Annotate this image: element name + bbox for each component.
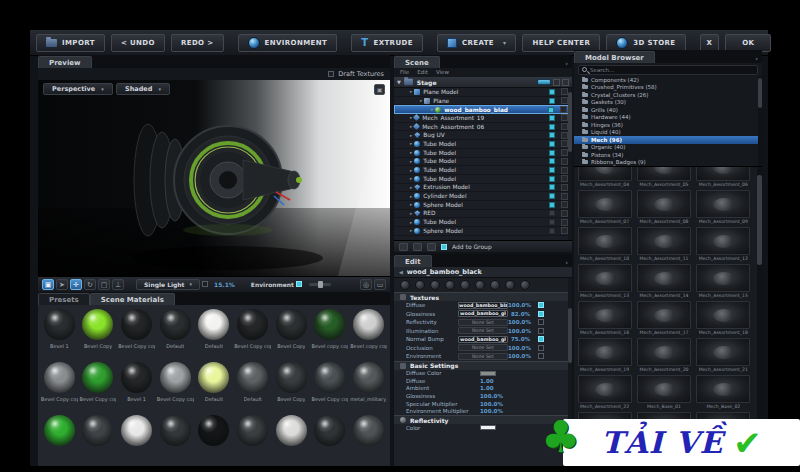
material-item[interactable] (311, 415, 350, 466)
row-options-button[interactable] (561, 132, 568, 139)
material-item[interactable]: metal_military_pai (349, 362, 388, 413)
tab-model-browser[interactable]: Model Browser (574, 51, 655, 63)
texture-map-button[interactable]: None Set (458, 344, 508, 351)
texture-map-button[interactable]: None Set (458, 327, 508, 334)
model-thumbnail[interactable]: Mech_Assortment_17 (635, 301, 692, 336)
material-item[interactable] (156, 415, 195, 466)
visibility-toggle[interactable] (549, 184, 555, 190)
model-thumbnail[interactable]: Mech_Assortment_22 (576, 375, 633, 410)
scene-tree-row[interactable]: ▸ Tube Model (394, 166, 572, 175)
scene-tree-row[interactable]: ▸ Bug UV (394, 131, 572, 140)
category-row[interactable]: Pistons (34) (574, 151, 762, 159)
scene-panel-arrow[interactable]: › (561, 60, 572, 68)
uv-grid-icon[interactable] (490, 280, 500, 290)
visibility-toggle[interactable] (549, 115, 555, 121)
scene-tree-row[interactable]: ▸ Mech_Assortment_19 (394, 114, 572, 123)
model-thumbnail[interactable]: Mech_Assortment_04 (576, 167, 633, 188)
rotate-tool-icon[interactable]: ↻ (84, 279, 96, 290)
reflectivity-color-swatch[interactable] (480, 425, 496, 430)
model-thumbnail[interactable]: Mech_Assortment_05 (635, 167, 692, 188)
edit-panel-arrow[interactable]: › (561, 259, 572, 267)
model-thumbnail[interactable]: Mech_Assortment_09 (695, 190, 752, 225)
stage-option-button2[interactable] (562, 79, 569, 86)
texture-percent-value[interactable]: 100.0% (508, 328, 534, 334)
texture-percent-value[interactable]: 100.0% (508, 319, 534, 325)
help-center-button[interactable]: HELP CENTER (522, 34, 600, 52)
texture-percent-value[interactable]: 100.0% (508, 302, 534, 308)
visibility-toggle[interactable] (549, 158, 555, 164)
setting-value[interactable]: 100.0% (480, 401, 503, 407)
texture-map-button[interactable]: None Set (458, 319, 508, 326)
texture-enable-checkbox[interactable] (538, 311, 544, 317)
3d-store-button[interactable]: 3D STORE (606, 34, 685, 52)
expander-icon[interactable]: ▸ (410, 185, 412, 190)
scene-tree-row[interactable]: ▸ Tube Model (394, 140, 572, 149)
scene-tree-row[interactable]: ▸ RED (394, 210, 572, 219)
material-item[interactable]: Bevel Copy copy (40, 362, 79, 413)
row-options-button[interactable] (561, 227, 568, 234)
expander-icon[interactable]: ▸ (410, 220, 412, 225)
material-item[interactable]: Bevel Copy copy (117, 309, 156, 360)
environment-slider[interactable] (309, 283, 331, 286)
texture-enable-checkbox[interactable] (538, 302, 544, 308)
scene-tree-row[interactable]: ▸ Cylinder Model (394, 192, 572, 201)
material-item[interactable]: Default (233, 362, 272, 413)
search-input[interactable] (590, 67, 754, 73)
texture-enable-checkbox[interactable] (538, 319, 544, 325)
row-options-button[interactable] (561, 114, 568, 121)
expander-icon[interactable]: ▸ (410, 115, 412, 120)
category-row[interactable]: Components (42) (574, 76, 762, 84)
visibility-toggle[interactable] (549, 219, 555, 225)
visibility-toggle[interactable] (549, 141, 555, 147)
setting-value[interactable]: 1.00 (480, 385, 494, 391)
scene-tree-row[interactable]: ▸ wood_bamboo_blad (394, 105, 572, 114)
model-thumbnail[interactable]: Mech_Assortment_13 (576, 264, 633, 299)
setting-value[interactable]: 100.0% (480, 408, 503, 414)
scene-tree-row[interactable]: ▸ Tube Model (394, 158, 572, 167)
material-item[interactable]: Bevel Copy copy (311, 362, 350, 413)
model-thumbnail[interactable]: Mech_Base_01 (635, 375, 692, 410)
visibility-toggle[interactable] (549, 228, 555, 234)
expander-icon[interactable]: ▸ (410, 228, 412, 233)
category-row[interactable]: Gaskets (30) (574, 99, 762, 107)
browser-panel-arrow[interactable]: › (751, 55, 762, 63)
category-row[interactable]: Grills (40) (574, 106, 762, 114)
expander-icon[interactable]: ▸ (410, 211, 412, 216)
material-item[interactable]: Default (195, 309, 234, 360)
material-sphere-icon[interactable] (400, 280, 410, 290)
add-to-group-checkbox[interactable] (441, 244, 447, 250)
texture-enable-checkbox[interactable] (538, 345, 544, 351)
environment-map-icon[interactable] (430, 280, 440, 290)
setting-value[interactable]: 100.0% (480, 393, 503, 399)
row-options-button[interactable] (561, 140, 568, 147)
category-row[interactable]: Crushed_Primitives (58) (574, 84, 762, 92)
row-options-button[interactable] (561, 175, 568, 182)
scene-tree-row[interactable]: ▸ Sphere Model (394, 227, 572, 236)
scene-tree-row[interactable]: ▸ Tube Model (394, 175, 572, 184)
model-thumbnail[interactable]: Mech_Assortment_11 (635, 227, 692, 262)
material-item[interactable]: Bevel Copy (272, 362, 311, 413)
row-options-button[interactable] (561, 149, 568, 156)
visibility-toggle[interactable] (549, 98, 555, 104)
material-item[interactable] (272, 415, 311, 466)
row-options-button[interactable] (561, 210, 568, 217)
model-thumbnail[interactable]: Mech_Assortment_06 (695, 167, 752, 188)
category-row[interactable]: Organic (40) (574, 144, 762, 152)
material-item[interactable]: Default (195, 362, 234, 413)
material-item[interactable] (195, 415, 234, 466)
texture-map-button[interactable]: wood_bamboo_bla (458, 302, 508, 309)
scene-tree-row[interactable]: ▸ Tube Model (394, 218, 572, 227)
material-item[interactable]: Default (156, 309, 195, 360)
import-button[interactable]: IMPORT (36, 34, 105, 52)
row-options-button[interactable] (561, 184, 568, 191)
visibility-toggle[interactable] (549, 124, 555, 130)
model-thumbnail[interactable]: Mech_Assortment_18 (695, 301, 752, 336)
visibility-toggle[interactable] (548, 107, 554, 113)
record-icon[interactable]: ◎ (360, 279, 372, 290)
scale-tool-icon[interactable]: ▢ (98, 279, 110, 290)
model-thumbnail[interactable]: Mech_Assortment_19 (576, 338, 633, 373)
texture-map-button[interactable]: wood_bamboo_gl (458, 336, 508, 343)
tab-preview[interactable]: Preview (38, 56, 92, 68)
texture-percent-value[interactable]: 75.0% (508, 336, 534, 342)
visibility-toggle[interactable] (549, 193, 555, 199)
